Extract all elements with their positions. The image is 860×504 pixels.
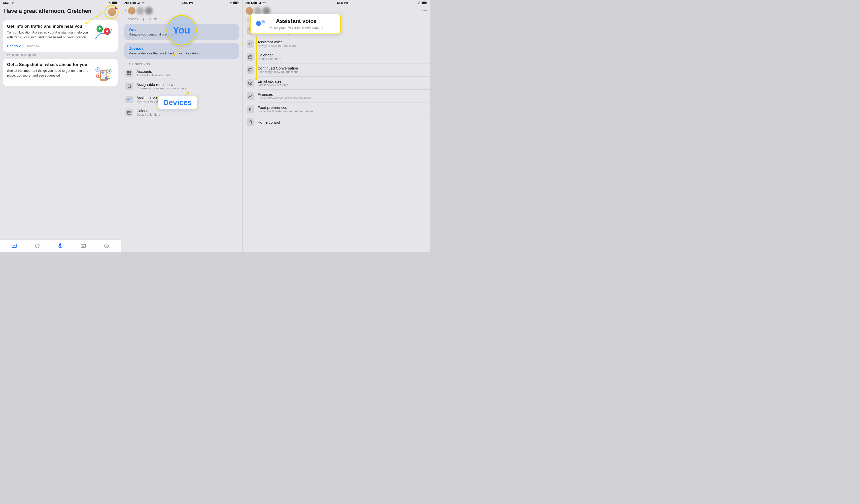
svg-rect-77 xyxy=(248,69,252,71)
signal-arrow-2 xyxy=(230,1,232,4)
svg-rect-69 xyxy=(422,2,426,4)
svg-rect-15 xyxy=(101,71,104,74)
nav-avatar-3-blurred xyxy=(145,7,153,15)
svg-rect-65 xyxy=(261,2,261,4)
svg-point-21 xyxy=(105,77,107,78)
svg-point-24 xyxy=(106,78,108,80)
svg-rect-48 xyxy=(127,74,129,75)
battery-icon-2 xyxy=(233,1,239,4)
svg-point-8 xyxy=(99,27,101,29)
nav-explore[interactable] xyxy=(103,242,110,249)
p1-header: Have a great afternoon, Gretchen xyxy=(0,5,120,19)
nav-microphone[interactable] xyxy=(57,242,64,249)
p3-email-title: Email updates xyxy=(258,79,426,83)
status-right-1 xyxy=(109,1,118,4)
you-circle-annotation: You xyxy=(167,15,197,45)
status-right-2 xyxy=(230,1,239,4)
nav-snapshot[interactable] xyxy=(11,242,18,249)
p3-settings-food[interactable]: Food preferences For recipe & restaurant… xyxy=(243,103,430,116)
traffic-card-title: Get info on traffic and more near you xyxy=(7,24,90,29)
p3-calendar-icon-box xyxy=(246,53,254,61)
p3-settings-home[interactable]: Home control xyxy=(243,116,430,128)
p3-email-sub: Latest news & features xyxy=(258,83,426,87)
notification-badge xyxy=(115,7,117,10)
p3-finances-title: Finances xyxy=(258,92,426,97)
nav-avatars-2 xyxy=(128,7,239,15)
carrier-1: AT&T xyxy=(3,1,10,4)
p2-nav: ‹ xyxy=(121,5,242,16)
p3-settings-calendar[interactable]: Calendar Default calendars xyxy=(243,51,430,63)
voice-icon-box xyxy=(125,96,133,103)
signal-icon-1 xyxy=(109,1,111,4)
traffic-card-text: Get info on traffic and more near you Tu… xyxy=(7,24,90,42)
map-pins-svg xyxy=(94,24,114,42)
svg-rect-73 xyxy=(248,56,252,59)
not-now-button[interactable]: Not now xyxy=(27,44,40,48)
svg-point-53 xyxy=(129,98,131,99)
svg-rect-39 xyxy=(138,3,139,4)
status-left-1: AT&T xyxy=(3,1,14,4)
services-label: Services xyxy=(125,17,138,21)
traffic-card-inner: Get info on traffic and more near you Tu… xyxy=(7,24,114,42)
nav-history[interactable] xyxy=(34,242,41,249)
battery-icon-1 xyxy=(112,1,118,4)
p3-food-icon xyxy=(248,107,253,112)
p3-conversation-text: Continued Conversation For asking follow… xyxy=(258,66,426,74)
svg-point-52 xyxy=(127,99,129,100)
traffic-card-body: Turn on Location Access so your Assistan… xyxy=(7,30,90,40)
svg-rect-31 xyxy=(81,244,86,247)
p3-calendar-icon xyxy=(248,55,253,59)
p3-conversation-title: Continued Conversation xyxy=(258,66,426,70)
all-settings-label: ALL SETTINGS xyxy=(121,60,242,67)
settings-reminders[interactable]: Assignable reminders Choose who can send… xyxy=(121,80,242,93)
p3-home-title: Home control xyxy=(258,120,426,125)
more-menu-3[interactable]: ••• xyxy=(421,8,427,14)
svg-rect-41 xyxy=(140,2,140,4)
nav-keyboard[interactable] xyxy=(80,242,87,249)
tooltip-subtitle: How your Assistant will sound xyxy=(270,26,323,30)
back-button-2[interactable]: ‹ xyxy=(125,8,126,14)
nav-avatars-3 xyxy=(245,7,419,15)
accounts-icon-box xyxy=(125,70,133,77)
tooltip-title: Assistant voice xyxy=(270,18,323,25)
p3-email-text: Email updates Latest news & features xyxy=(258,79,426,87)
snapshot-card-icon xyxy=(94,62,114,82)
status-bar-3: App Store 12:38 PM xyxy=(243,0,430,5)
svg-point-51 xyxy=(128,87,129,87)
p3-email-icon xyxy=(248,81,253,85)
svg-rect-46 xyxy=(127,71,129,73)
svg-rect-3 xyxy=(112,2,117,4)
p3-settings-finances[interactable]: Finances Stocks, brokerages, & account b… xyxy=(243,90,430,102)
snapshot-card-title: Get a Snapshot of what's ahead for you xyxy=(7,62,90,67)
p3-voice-title: Assistant voice xyxy=(258,40,426,44)
p3-settings-conversation[interactable]: Continued Conversation For asking follow… xyxy=(243,63,430,76)
wifi-icon-3 xyxy=(263,1,267,4)
you-section-chevron: › xyxy=(233,30,234,34)
p3-settings-voice[interactable]: Assistant voice How your Assistant will … xyxy=(243,37,430,50)
svg-marker-0 xyxy=(109,1,111,4)
svg-rect-40 xyxy=(139,2,140,4)
p3-home-icon-box xyxy=(246,118,254,126)
svg-rect-38 xyxy=(138,3,138,4)
svg-point-17 xyxy=(107,69,111,73)
p3-finances-sub: Stocks, brokerages, & account balances xyxy=(258,97,426,100)
svg-rect-49 xyxy=(129,74,131,75)
carrier-3: App Store xyxy=(245,1,258,4)
avatar-area[interactable] xyxy=(108,8,117,17)
reminders-icon-box xyxy=(125,83,133,90)
devices-section-chevron: › xyxy=(233,48,234,53)
carrier-2: App Store xyxy=(125,1,137,4)
time-2: 12:37 PM xyxy=(182,1,193,4)
panel-3: App Store 12:38 PM xyxy=(242,0,430,252)
p3-settings-email[interactable]: Email updates Latest news & features xyxy=(243,76,430,89)
battery-icon-3 xyxy=(421,1,427,4)
nav-avatar-2-blurred xyxy=(137,7,144,15)
settings-accounts[interactable]: Accounts Access to other accounts xyxy=(121,67,242,80)
continue-button[interactable]: Continue xyxy=(7,44,21,48)
snapshot-card-text: Get a Snapshot of what's ahead for you S… xyxy=(7,62,90,82)
svg-point-12 xyxy=(106,30,107,31)
tooltip-content: Assistant voice How your Assistant will … xyxy=(255,18,336,30)
traffic-card-actions: Continue Not now xyxy=(7,44,114,48)
accounts-text: Accounts Access to other accounts xyxy=(137,69,238,77)
p3-calendar-sub: Default calendars xyxy=(258,57,426,61)
